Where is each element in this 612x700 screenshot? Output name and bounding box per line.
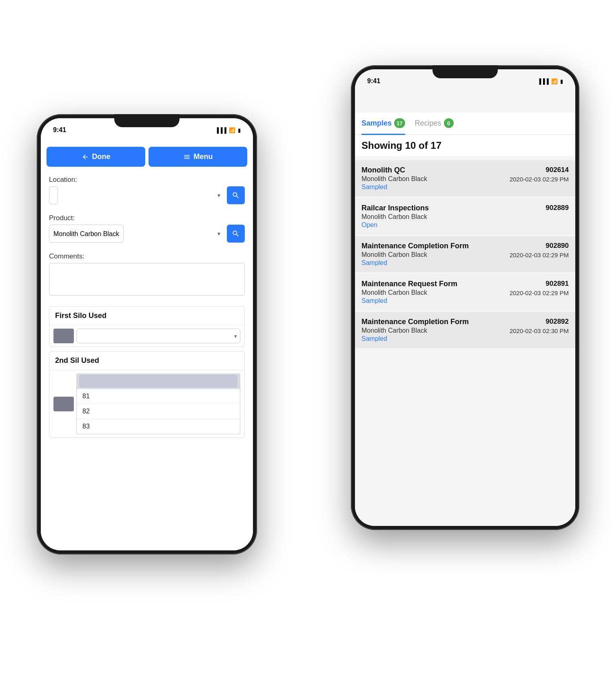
tab-recipes-label: Recipes [415, 119, 441, 128]
sample-card-1[interactable]: Monolith QC Monolith Carbon Black Sample… [355, 160, 575, 197]
back-arrow-icon [82, 153, 89, 161]
sample-product-4: Monolith Carbon Black [361, 289, 457, 296]
second-silo-color [53, 397, 74, 411]
location-label: Location: [49, 176, 245, 184]
left-screen: 9:41 ▐▐▐ 📶 ▮ Done Menu [41, 118, 253, 550]
left-notch [114, 114, 180, 127]
sample-card-5[interactable]: Maintenance Completion Form Monolith Car… [355, 312, 575, 348]
comments-label: Comments: [49, 252, 245, 261]
sample-list: Monolith QC Monolith Carbon Black Sample… [355, 159, 575, 526]
location-section: Location: [41, 171, 253, 209]
product-search-icon [232, 230, 240, 238]
sample-id-5: 902892 [510, 318, 569, 326]
dropdown-item-82[interactable]: 82 [77, 404, 240, 419]
battery-icon: ▮ [238, 127, 241, 133]
sample-title-5: Maintenance Completion Form [361, 318, 469, 326]
sample-id-2: 902889 [545, 204, 569, 212]
r-wifi-icon: 📶 [551, 78, 558, 84]
location-search-button[interactable] [227, 186, 245, 204]
product-select-wrapper: Monolith Carbon Black [49, 225, 224, 243]
showing-text: Showing 10 of 17 [355, 135, 575, 156]
tab-samples-label: Samples [361, 119, 392, 128]
sample-id-4: 902891 [510, 280, 569, 288]
sample-date-1: 2020-02-03 02:29 PM [510, 175, 569, 183]
left-phone: 9:41 ▐▐▐ 📶 ▮ Done Menu [37, 114, 257, 554]
product-label: Product: [49, 214, 245, 222]
left-content: 9:41 ▐▐▐ 📶 ▮ Done Menu [41, 118, 253, 550]
sample-product-2: Monolith Carbon Black [361, 213, 429, 221]
right-screen: 9:41 ▐▐▐ 📶 ▮ Samples 17 Recipes [355, 69, 575, 526]
tab-samples[interactable]: Samples 17 [361, 113, 405, 135]
sample-id-3: 902890 [510, 242, 569, 250]
sample-status-1: Sampled [361, 183, 427, 191]
comments-textarea[interactable] [49, 263, 245, 296]
sample-product-1: Monolith Carbon Black [361, 175, 427, 183]
sample-title-4: Maintenance Request Form [361, 280, 457, 288]
first-silo-section: First Silo Used [49, 306, 245, 347]
menu-label: Menu [194, 152, 213, 161]
second-silo-row: 81 82 83 [49, 370, 244, 437]
sample-status-3: Sampled [361, 259, 469, 267]
product-select[interactable]: Monolith Carbon Black [49, 225, 124, 243]
second-silo-dropdown-list: 81 82 83 [76, 389, 240, 434]
sample-card-4[interactable]: Maintenance Request Form Monolith Carbon… [355, 274, 575, 310]
left-status-bar: 9:41 ▐▐▐ 📶 ▮ [53, 126, 241, 134]
sample-date-4: 2020-02-03 02:29 PM [510, 289, 569, 297]
sample-date-5: 2020-02-03 02:30 PM [510, 327, 569, 335]
product-search-button[interactable] [227, 225, 245, 243]
left-status-time: 9:41 [53, 126, 66, 134]
first-silo-row [49, 325, 244, 347]
product-row: Monolith Carbon Black [49, 225, 245, 243]
wifi-icon: 📶 [229, 127, 235, 133]
done-button[interactable]: Done [47, 147, 145, 167]
right-status-time: 9:41 [367, 77, 380, 85]
second-silo-section: 2nd Sil Used 81 82 83 [49, 351, 245, 438]
menu-icon [183, 153, 191, 161]
sample-status-2: Open [361, 221, 429, 229]
sample-card-2[interactable]: Railcar Inspections Monolith Carbon Blac… [355, 198, 575, 234]
r-signal-icon: ▐▐▐ [537, 78, 549, 84]
location-search-icon [232, 191, 240, 199]
first-silo-select[interactable] [76, 329, 240, 343]
first-silo-color [53, 329, 74, 343]
location-row [49, 186, 245, 204]
tab-samples-badge: 17 [394, 118, 405, 128]
sample-id-1: 902614 [510, 166, 569, 174]
menu-button[interactable]: Menu [149, 147, 247, 167]
done-label: Done [92, 152, 111, 161]
dropdown-item-83[interactable]: 83 [77, 419, 240, 434]
sample-status-5: Sampled [361, 335, 469, 342]
tabs-row: Samples 17 Recipes 0 [355, 113, 575, 135]
sample-product-5: Monolith Carbon Black [361, 327, 469, 334]
first-silo-select-wrapper [76, 329, 240, 343]
first-silo-header: First Silo Used [49, 307, 244, 325]
comments-section: Comments: [41, 247, 253, 302]
right-phone: 9:41 ▐▐▐ 📶 ▮ Samples 17 Recipes [351, 65, 579, 530]
sample-title-3: Maintenance Completion Form [361, 242, 469, 250]
location-select-wrapper [49, 186, 224, 204]
sample-title-2: Railcar Inspections [361, 204, 429, 212]
sample-status-4: Sampled [361, 297, 457, 305]
tab-recipes-badge: 0 [444, 118, 454, 128]
toolbar: Done Menu [41, 143, 253, 171]
signal-icon: ▐▐▐ [215, 127, 226, 133]
r-battery-icon: ▮ [560, 78, 563, 84]
sample-product-3: Monolith Carbon Black [361, 251, 469, 258]
sample-date-3: 2020-02-03 02:29 PM [510, 251, 569, 259]
dropdown-item-81[interactable]: 81 [77, 389, 240, 404]
sample-card-3[interactable]: Maintenance Completion Form Monolith Car… [355, 236, 575, 272]
left-status-icons: ▐▐▐ 📶 ▮ [215, 127, 241, 133]
second-silo-header: 2nd Sil Used [49, 351, 244, 370]
right-notch [432, 65, 498, 78]
product-section: Product: Monolith Carbon Black [41, 209, 253, 247]
sample-title-1: Monolith QC [361, 166, 427, 174]
second-silo-input[interactable] [80, 375, 237, 387]
tab-recipes[interactable]: Recipes 0 [415, 113, 454, 135]
location-select[interactable] [49, 186, 58, 204]
right-status-icons: ▐▐▐ 📶 ▮ [537, 78, 563, 84]
right-content: 9:41 ▐▐▐ 📶 ▮ Samples 17 Recipes [355, 69, 575, 526]
right-status-bar: 9:41 ▐▐▐ 📶 ▮ [367, 77, 563, 85]
